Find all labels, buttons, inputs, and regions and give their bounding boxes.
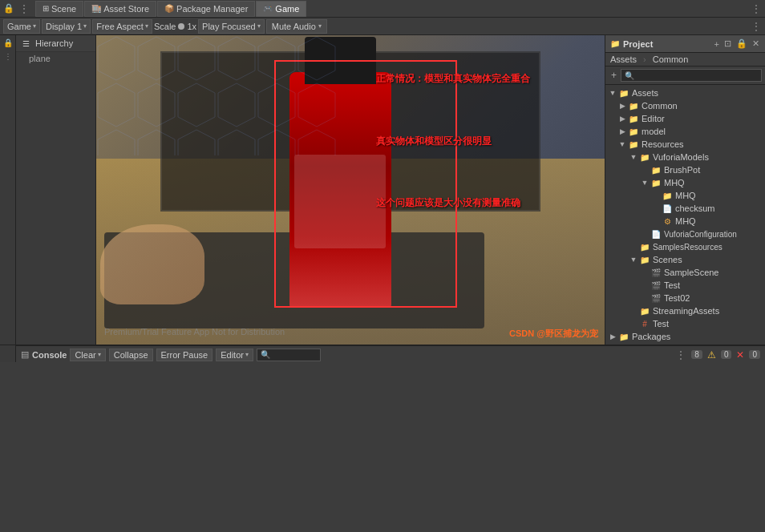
tree-item-mhq-folder[interactable]: ▼ 📁 MHQ: [605, 176, 765, 189]
tab-package-manager[interactable]: 📦 Package Manager: [157, 1, 255, 17]
game-dropdown[interactable]: Game ▾: [3, 19, 40, 34]
tab-game[interactable]: 🎮 Game: [256, 1, 306, 17]
lock-icon: 🔒: [3, 3, 14, 14]
game-label: Game: [7, 22, 31, 31]
tree-label-mhq-config: MHQ: [675, 216, 696, 226]
game-tab-icon: 🎮: [263, 4, 273, 13]
toolbar-dots-icon[interactable]: ⋮: [751, 20, 762, 33]
play-focused-dropdown[interactable]: Play Focused ▾: [198, 19, 265, 34]
console-collapse-button[interactable]: Collapse: [109, 349, 153, 361]
aspect-dropdown[interactable]: Free Aspect ▾: [92, 19, 152, 34]
project-close-button[interactable]: ✕: [751, 38, 760, 50]
tree-toggle-assets[interactable]: ▼: [607, 89, 618, 97]
tree-item-mhq-sub[interactable]: ▶ 📁 MHQ: [605, 189, 765, 202]
display-label: Display 1: [46, 22, 82, 31]
badge-warn: 0: [721, 350, 732, 359]
game-toolbar: Game ▾ Display 1 ▾ Free Aspect ▾ Scale 1…: [0, 18, 765, 35]
scene-icon-test: 🎬: [650, 280, 662, 291]
left-sidebar: 🔒 ⋮: [0, 35, 16, 345]
project-panel-title: Project: [623, 39, 710, 49]
project-tree: ▼ 📁 Assets ▶ 📁 Common ▶ 📁 Editor: [605, 85, 765, 345]
console-search-input[interactable]: [257, 349, 321, 361]
tree-toggle-editor[interactable]: ▶: [617, 115, 628, 123]
warn-icon: ⚠: [707, 349, 716, 361]
tree-toggle-packages[interactable]: ▶: [607, 332, 618, 341]
scale-text: Scale: [154, 22, 176, 31]
tree-item-vuforia-config[interactable]: ▶ 📄 VuforiaConfiguration: [605, 228, 765, 240]
tree-item-brushpot[interactable]: ▶ 📁 BrushPot: [605, 163, 765, 176]
tree-label-resources: Resources: [642, 139, 684, 149]
tree-item-streaming[interactable]: ▶ 📁 StreamingAssets: [605, 304, 765, 317]
console-editor-label: Editor: [221, 350, 244, 360]
tree-item-common[interactable]: ▶ 📁 Common: [605, 99, 765, 112]
project-create-button[interactable]: +: [609, 68, 619, 83]
mute-audio-button[interactable]: Mute Audio ▾: [266, 19, 327, 34]
tab-scene[interactable]: ⊞ Scene: [35, 1, 83, 17]
tab-asset-store[interactable]: 🏬 Asset Store: [84, 1, 156, 17]
folder-icon-model: 📁: [628, 126, 639, 137]
sidebar-dots-icon[interactable]: ⋮: [4, 52, 12, 61]
tree-item-vuforia-models[interactable]: ▼ 📁 VuforiaModels: [605, 151, 765, 163]
project-panel-actions: + ⊡ 🔒 ✕: [714, 38, 760, 50]
tree-toggle-resources[interactable]: ▼: [617, 140, 628, 148]
tree-toggle-scenes[interactable]: ▼: [628, 256, 639, 264]
file-icon-checksum: 📄: [662, 203, 673, 214]
tree-item-test02-scene[interactable]: ▶ 🎬 Test02: [605, 292, 765, 304]
tree-item-samples[interactable]: ▶ 📁 SamplesResources: [605, 240, 765, 253]
game-dropdown-arrow: ▾: [33, 22, 36, 30]
asset-store-tab-icon: 🏬: [91, 4, 101, 13]
main-area: 🔒 ⋮ ☰ Hierarchy plane: [0, 35, 765, 345]
project-search-input[interactable]: [621, 69, 762, 82]
tree-item-sample-scene[interactable]: ▶ 🎬 SampleScene: [605, 266, 765, 279]
tree-label-samples: SamplesResources: [653, 243, 722, 252]
scene-icon-sample: 🎬: [650, 267, 662, 278]
tree-toggle-mhq-folder[interactable]: ▼: [639, 179, 650, 187]
tree-item-scenes[interactable]: ▼ 📁 Scenes: [605, 253, 765, 266]
mute-audio-dropdown-arrow: ▾: [318, 22, 322, 30]
csdn-watermark: CSDN @野区捕龙为宠: [509, 328, 598, 340]
tree-label-packages: Packages: [632, 332, 670, 341]
hex-pattern-bg: [96, 35, 337, 155]
tree-label-mhq-folder: MHQ: [664, 178, 685, 187]
console-clear-button[interactable]: Clear ▾: [70, 349, 105, 361]
console-icon: ▤: [21, 349, 29, 360]
tree-label-assets: Assets: [632, 88, 658, 98]
sidebar-lock-icon[interactable]: 🔒: [3, 38, 13, 47]
tree-item-packages[interactable]: ▶ 📁 Packages: [605, 330, 765, 343]
dots-right-icon[interactable]: ⋮: [751, 2, 762, 15]
tree-toggle-vuforia-models[interactable]: ▼: [628, 153, 639, 161]
tree-label-brushpot: BrushPot: [664, 165, 700, 175]
tree-item-editor[interactable]: ▶ 📁 Editor: [605, 112, 765, 125]
project-add-button[interactable]: +: [714, 38, 720, 50]
display-dropdown[interactable]: Display 1 ▾: [42, 19, 91, 34]
hierarchy-content: plane: [16, 52, 95, 345]
folder-icon-mhq: 📁: [650, 177, 662, 188]
console-clear-arrow: ▾: [98, 351, 101, 358]
vuforia-watermark: Premium/Trial Feature App Not for Distri…: [104, 327, 285, 337]
dots-menu[interactable]: ⋮: [18, 2, 30, 15]
tree-toggle-common[interactable]: ▶: [617, 102, 628, 110]
tab-scene-label: Scene: [51, 4, 76, 14]
tree-label-scenes: Scenes: [653, 255, 682, 264]
tree-item-test-scene[interactable]: ▶ 🎬 Test: [605, 279, 765, 292]
tree-item-checksum[interactable]: ▶ 📄 checksum: [605, 202, 765, 215]
tree-item-model[interactable]: ▶ 📁 model: [605, 125, 765, 138]
tree-toggle-model[interactable]: ▶: [617, 127, 628, 135]
folder-icon-assets: 📁: [618, 87, 629, 99]
tree-item-test-asset[interactable]: ▶ # Test: [605, 317, 765, 330]
console-error-pause-button[interactable]: Error Pause: [156, 349, 213, 361]
folder-icon-scenes: 📁: [639, 254, 650, 265]
tree-item-resources[interactable]: ▼ 📁 Resources: [605, 138, 765, 151]
tree-item-mhq-config[interactable]: ▶ ⚙ MHQ: [605, 215, 765, 228]
tab-package-manager-label: Package Manager: [176, 4, 248, 14]
folder-icon-packages: 📁: [618, 331, 629, 342]
tree-label-checksum: checksum: [675, 204, 715, 213]
project-lock-button[interactable]: 🔒: [735, 38, 748, 50]
project-menu-button[interactable]: ⊡: [723, 38, 732, 50]
tree-label-test02-scene: Test02: [664, 293, 690, 303]
tree-item-assets[interactable]: ▼ 📁 Assets: [605, 87, 765, 99]
hierarchy-icon: ☰: [22, 39, 30, 48]
hierarchy-item-plane[interactable]: plane: [16, 52, 95, 65]
console-editor-dropdown[interactable]: Editor ▾: [216, 349, 253, 361]
console-error-pause-label: Error Pause: [161, 350, 208, 360]
